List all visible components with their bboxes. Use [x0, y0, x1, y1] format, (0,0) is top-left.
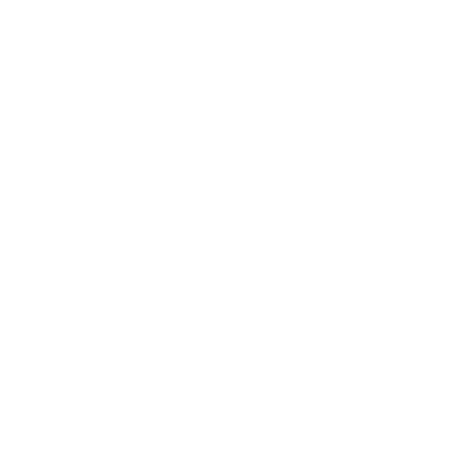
- tree-diagram: [5, 10, 461, 466]
- tree-lines: [5, 10, 461, 466]
